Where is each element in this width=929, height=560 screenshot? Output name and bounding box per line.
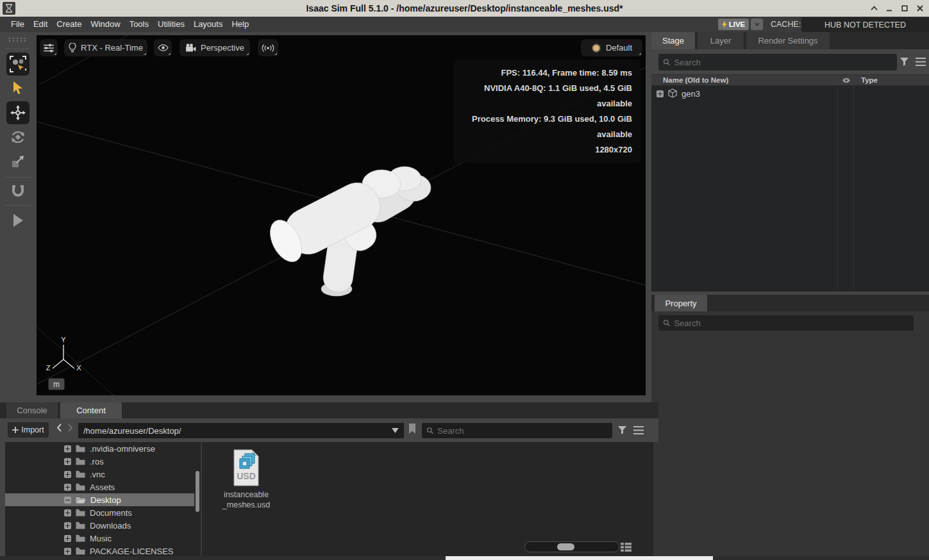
folder-row-ros[interactable]: .ros [5, 455, 194, 468]
expand-icon[interactable] [64, 509, 71, 516]
menu-item-utilities[interactable]: Utilities [153, 17, 189, 32]
tab-property[interactable]: Property [655, 295, 707, 311]
stage-filter-button[interactable] [900, 57, 909, 67]
expand-icon[interactable] [64, 535, 71, 542]
tab-stage[interactable]: Stage [651, 32, 695, 49]
renderer-button[interactable]: RTX - Real-Time [64, 39, 147, 56]
lightning-icon [722, 21, 727, 28]
audio-button[interactable] [258, 39, 278, 56]
maximize-button[interactable] [900, 3, 910, 13]
stage-tree-row-gen3[interactable]: gen3 [651, 87, 929, 100]
default-label: Default [606, 43, 632, 53]
folder-row-package-licenses[interactable]: PACKAGE-LICENSES [5, 545, 194, 557]
viewport-settings-button[interactable] [40, 39, 58, 56]
column-name-header[interactable]: Name (Old to New) [663, 76, 728, 84]
camera-button[interactable]: Perspective [180, 39, 250, 56]
folder-icon [76, 445, 85, 452]
viewport-canvas[interactable]: RTX - Real-Time Perspective Default FPS:… [37, 35, 646, 395]
expand-icon[interactable] [64, 471, 71, 478]
bottom-progress-segment [446, 556, 713, 560]
column-type-header[interactable]: Type [861, 76, 878, 84]
stats-gpu: NVIDIA A40-8Q: 1.1 GiB used, 4.5 GiB ava… [462, 81, 632, 111]
path-bar[interactable] [78, 423, 404, 438]
live-dropdown-button[interactable] [751, 19, 763, 30]
close-button[interactable] [915, 3, 925, 13]
back-button[interactable] [56, 424, 62, 432]
window-title: Isaac Sim Full 5.1.0 - /home/azureuser/D… [0, 3, 929, 13]
snap-tool-button[interactable] [6, 179, 29, 202]
tab-render-settings[interactable]: Render Settings [746, 32, 830, 49]
menu-item-create[interactable]: Create [52, 17, 86, 32]
content-options-button[interactable] [633, 426, 644, 434]
tree-scrollbar-thumb[interactable] [196, 471, 199, 512]
expand-icon[interactable] [64, 458, 71, 465]
menu-item-tools[interactable]: Tools [125, 17, 153, 32]
play-button[interactable] [6, 209, 29, 232]
folder-icon [76, 522, 85, 529]
view-mode-button[interactable] [619, 541, 632, 552]
live-sync-button[interactable]: LIVE [718, 19, 749, 30]
filter-icon [900, 57, 909, 67]
folder-row-assets[interactable]: Assets [5, 481, 194, 493]
collapse-icon[interactable] [64, 497, 71, 504]
menu-item-window[interactable]: Window [86, 17, 124, 32]
import-button[interactable]: Import [8, 422, 49, 438]
folder-row-music[interactable]: Music [5, 532, 194, 545]
tab-console[interactable]: Console [6, 402, 58, 418]
visibility-button[interactable] [154, 39, 172, 56]
slider-thumb[interactable] [557, 543, 574, 550]
stage-options-button[interactable] [916, 58, 926, 66]
expand-icon[interactable] [64, 522, 71, 529]
path-dropdown-icon[interactable] [392, 428, 399, 433]
folder-row-vnc[interactable]: .vnc [5, 468, 194, 481]
content-search-input[interactable] [437, 426, 608, 436]
property-search-input[interactable] [674, 318, 909, 328]
folder-row-downloads[interactable]: Downloads [5, 519, 194, 532]
eye-icon [158, 44, 169, 51]
menu-item-file[interactable]: File [6, 17, 29, 32]
lightbulb-icon [69, 43, 76, 53]
menu-bar: File Edit Create Window Tools Utilities … [0, 17, 929, 32]
menu-item-help[interactable]: Help [227, 17, 253, 32]
folder-row-nvidia-omniverse[interactable]: .nvidia-omniverse [5, 442, 194, 455]
path-input[interactable] [83, 426, 392, 436]
hexagon-icon [591, 43, 601, 53]
folder-row-desktop-selected[interactable]: Desktop [5, 493, 194, 506]
content-filter-button[interactable] [617, 425, 627, 435]
tab-content[interactable]: Content [60, 402, 122, 418]
search-icon [426, 427, 433, 434]
toolbar-grip[interactable] [8, 37, 28, 42]
move-tool-button[interactable] [6, 101, 29, 124]
stage-panel: Name (Old to New) Type gen3 [651, 49, 929, 292]
tab-layer[interactable]: Layer [698, 32, 744, 49]
property-search[interactable] [658, 315, 914, 331]
axis-gizmo[interactable]: Y Z X [43, 336, 84, 374]
forward-button[interactable] [67, 424, 73, 432]
scale-tool-button[interactable] [6, 150, 29, 173]
default-camera-button[interactable]: Default [581, 39, 642, 56]
stage-search[interactable] [658, 54, 897, 70]
icon-size-slider[interactable] [524, 541, 619, 552]
shade-button[interactable] [869, 3, 879, 13]
broadcast-icon [262, 44, 274, 52]
pane-divider[interactable] [201, 442, 202, 556]
folder-row-documents[interactable]: Documents [5, 506, 194, 519]
expand-icon[interactable] [64, 484, 71, 491]
expand-icon[interactable] [64, 548, 71, 555]
selection-mode-button[interactable] [6, 53, 29, 76]
expand-icon[interactable] [64, 445, 71, 452]
menu-item-layouts[interactable]: Layouts [189, 17, 228, 32]
file-item-usd[interactable]: USD instanceable _meshes.usd [217, 449, 276, 510]
content-search[interactable] [422, 423, 612, 438]
rotate-tool-button[interactable] [6, 126, 29, 149]
axis-z-label: Z [46, 364, 51, 372]
menu-item-edit[interactable]: Edit [29, 17, 52, 32]
select-tool-button[interactable] [6, 77, 29, 100]
bookmark-button[interactable] [408, 424, 416, 434]
visibility-column-icon[interactable] [842, 78, 851, 83]
minimize-button[interactable] [884, 3, 894, 13]
stage-search-input[interactable] [674, 58, 892, 67]
unit-selector[interactable]: m [48, 378, 65, 390]
expand-icon[interactable] [657, 90, 664, 97]
file-name-line2: _meshes.usd [217, 500, 276, 510]
